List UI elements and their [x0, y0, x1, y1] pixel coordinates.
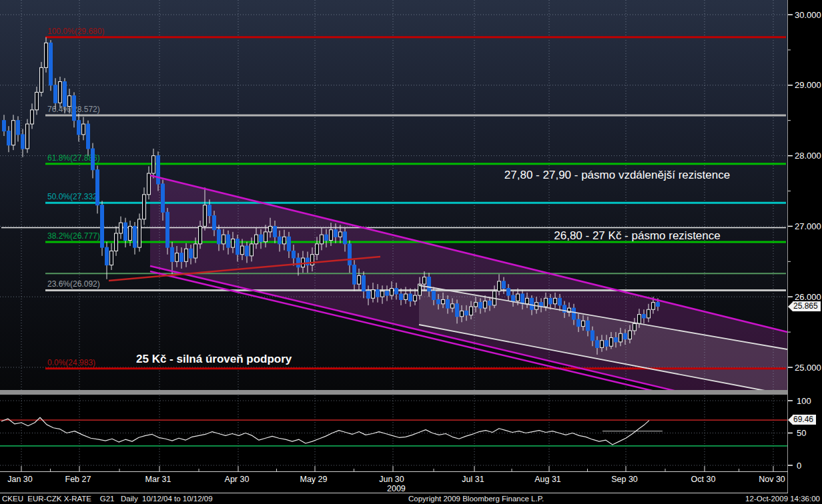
status-ticker-info: CKEU EUR-CZK X-RATE G21 Daily 10/12/04 t… [2, 494, 213, 504]
x-axis-date-label: Aug 31 [534, 475, 561, 484]
rsi-axis-label: 0 [797, 461, 801, 471]
x-axis-date-label: Mar 31 [145, 475, 171, 484]
x-axis-date-label: Sep 30 [611, 475, 638, 484]
rsi-last-value: 69.46 [793, 415, 816, 425]
rsi-last-badge: 69.46 [788, 415, 816, 425]
rsi-axis-label: 50 [797, 428, 806, 438]
badge-arrow-icon [788, 302, 793, 311]
fib-level-label: 50.0%(27.332) [47, 192, 100, 201]
status-copyright: Copyright 2009 Bloomberg Finance L.P. [408, 494, 544, 504]
x-axis-date-label: Jan 30 [7, 475, 33, 484]
fib-level-label: 38.2%(26.777) [47, 231, 100, 241]
bloomberg-terminal-chart: 100.0%(29.680)76.4%(28.572)61.8%(27.886)… [0, 0, 822, 504]
rsi-axis-label: 100 [797, 396, 811, 406]
status-datetime: 12-Oct-2009 14:36:00 [745, 494, 820, 504]
x-axis-date-label: Jun 30 [379, 475, 404, 484]
annotation-resistance: 26,80 - 27 Kč - pásmo rezistence [504, 229, 771, 243]
chart-canvas[interactable]: 100.0%(29.680)76.4%(28.572)61.8%(27.886)… [0, 0, 822, 504]
y-axis-label: 29.000 [795, 80, 821, 90]
candle [166, 208, 169, 255]
last-price-value: 25.865 [793, 301, 821, 311]
candle [49, 40, 53, 91]
fib-level-label: 23.6%(26.092) [47, 279, 100, 289]
x-axis-date-label: Nov 30 [759, 475, 785, 484]
x-axis-date-label: Jul 31 [462, 475, 484, 484]
y-axis-label: 26.000 [795, 292, 821, 302]
fib-level-label: 0.0%(24.983) [47, 358, 95, 367]
annotation-far-resistance: 27,80 - 27,90 - pásmo vzdálenější rezist… [467, 169, 767, 182]
y-axis-label: 28.000 [795, 151, 821, 161]
fib-level-label: 100.0%(29.680) [47, 27, 104, 36]
x-axis-date-label: Oct 30 [691, 475, 716, 484]
last-price-badge: 25.865 [788, 301, 821, 311]
candle [138, 213, 141, 251]
candle [101, 201, 104, 256]
x-axis-date-label: Apr 30 [225, 475, 250, 484]
y-axis-label: 27.000 [795, 221, 821, 231]
candle [59, 77, 62, 108]
y-axis-label: 25.000 [795, 363, 821, 373]
candle [26, 119, 29, 153]
y-axis-label: 30.000 [795, 10, 821, 20]
x-axis-date-label: Feb 27 [65, 475, 91, 484]
x-axis-date-label: May 29 [300, 475, 328, 484]
panel-separator[interactable] [0, 390, 788, 395]
annotation-support: 25 Kč - silná úroveň podpory [136, 353, 292, 366]
status-bar: CKEU EUR-CZK X-RATE G21 Daily 10/12/04 t… [0, 494, 822, 504]
x-axis-year-label: 2009 [387, 484, 406, 493]
badge-arrow-icon [788, 415, 793, 425]
